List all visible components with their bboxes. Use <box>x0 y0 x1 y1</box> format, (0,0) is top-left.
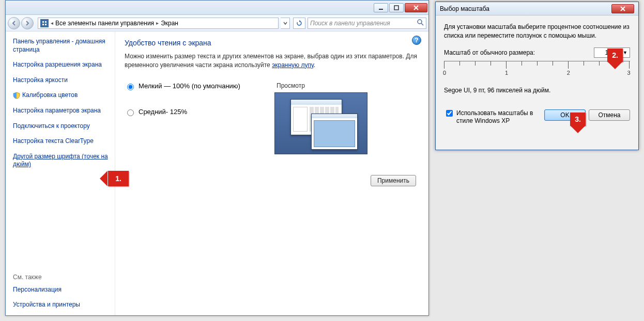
svg-line-10 <box>421 23 423 25</box>
ruler-1: 1 <box>505 70 508 76</box>
search-placeholder: Поиск в панели управления <box>310 20 390 27</box>
sidebar-projector[interactable]: Подключиться к проектору <box>13 122 111 131</box>
chevron-down-icon: ▼ <box>623 50 627 55</box>
ruler-3: 3 <box>627 70 630 76</box>
svg-rect-4 <box>42 21 44 23</box>
cancel-button[interactable]: Отмена <box>589 109 630 121</box>
sidebar-params[interactable]: Настройка параметров экрана <box>13 107 111 115</box>
radio-small[interactable] <box>127 84 134 90</box>
radio-small-label: Мелкий — 100% (по умолчанию) <box>139 82 240 90</box>
titlebar <box>6 1 428 15</box>
svg-rect-7 <box>45 24 47 25</box>
help-icon[interactable]: ? <box>412 36 421 45</box>
ruler-0: 0 <box>443 70 446 76</box>
svg-rect-5 <box>45 21 47 23</box>
dialog-titlebar: Выбор масштаба <box>436 2 638 15</box>
magnifier-link[interactable]: экранную лупу <box>272 61 314 69</box>
callout-2: 2. <box>607 49 623 62</box>
control-panel-icon <box>40 19 49 27</box>
navigation-bar: ◂ Все элементы панели управления ▸ Экран… <box>6 15 428 31</box>
svg-rect-1 <box>394 6 398 10</box>
sidebar-home[interactable]: Панель управления - домашняя страница <box>13 38 111 54</box>
svg-rect-6 <box>42 24 44 25</box>
xp-style-checkbox[interactable] <box>446 110 453 117</box>
desc-text-after: . <box>314 61 315 69</box>
sidebar-cleartype[interactable]: Настройка текста ClearType <box>13 137 111 146</box>
sidebar-also-header: См. также <box>13 274 111 281</box>
maximize-button[interactable] <box>389 3 404 12</box>
dialog-title: Выбор масштаба <box>440 5 489 12</box>
preview-label: Просмотр <box>274 82 367 89</box>
radio-medium-label: Средний- 125% <box>139 108 187 116</box>
preview-image <box>274 92 367 154</box>
nav-forward-button[interactable] <box>21 17 34 29</box>
display-settings-window: ◂ Все элементы панели управления ▸ Экран… <box>5 0 429 316</box>
ruler-2: 2 <box>567 70 570 76</box>
sidebar-devices[interactable]: Устройства и принтеры <box>13 301 111 309</box>
close-button[interactable] <box>405 3 427 12</box>
breadcrumb-root[interactable]: Все элементы панели управления <box>55 20 154 27</box>
breadcrumb[interactable]: ◂ Все элементы панели управления ▸ Экран <box>38 18 279 29</box>
radio-small-row[interactable]: Мелкий — 100% (по умолчанию) <box>125 82 259 90</box>
sidebar-personalization[interactable]: Персонализация <box>13 286 111 294</box>
breadcrumb-sep-icon: ◂ <box>51 20 53 26</box>
nav-back-button[interactable] <box>8 17 20 29</box>
dialog-description: Для установки масштаба выберите процентн… <box>444 23 630 40</box>
sidebar-calibration[interactable]: Калибровка цветов <box>22 91 78 100</box>
callout-3-label: 3. <box>575 115 581 123</box>
content-pane: ? Удобство чтения с экрана Можно изменит… <box>115 31 428 315</box>
search-input[interactable]: Поиск в панели управления <box>308 18 426 29</box>
shield-icon <box>13 92 20 99</box>
svg-point-9 <box>418 20 422 24</box>
scale-dialog: Выбор масштаба Для установки масштаба вы… <box>435 2 639 150</box>
sidebar-dpi[interactable]: Другой размер шрифта (точек на дюйм) <box>13 153 111 169</box>
breadcrumb-current[interactable]: Экран <box>161 20 178 27</box>
radio-medium-row[interactable]: Средний- 125% <box>125 108 259 116</box>
callout-2-label: 2. <box>612 51 618 59</box>
refresh-button[interactable] <box>293 18 305 29</box>
page-description: Можно изменить размер текста и других эл… <box>125 52 419 70</box>
xp-style-checkbox-row[interactable]: Использовать масштабы в стиле Windows XP <box>444 109 537 125</box>
dialog-sample-text: Segoe UI, 9 пт, 96 пикселей на дюйм. <box>444 87 630 94</box>
scale-ruler[interactable]: 0 1 2 3 <box>444 61 630 82</box>
search-icon <box>417 19 424 27</box>
callout-1-label: 1. <box>115 174 121 183</box>
breadcrumb-dropdown[interactable] <box>281 18 290 29</box>
sidebar-resolution[interactable]: Настройка разрешения экрана <box>13 61 111 69</box>
callout-3: 3. <box>570 113 586 126</box>
desc-text: Можно изменить размер текста и других эл… <box>125 53 417 69</box>
minimize-button[interactable] <box>374 3 388 12</box>
sidebar-brightness[interactable]: Настройка яркости <box>13 76 111 85</box>
sidebar: Панель управления - домашняя страница На… <box>6 31 115 315</box>
xp-style-label: Использовать масштабы в стиле Windows XP <box>456 109 537 125</box>
chevron-right-icon: ▸ <box>156 20 159 26</box>
page-title: Удобство чтения с экрана <box>125 39 419 47</box>
scale-label: Масштаб от обычного размера: <box>444 49 590 56</box>
radio-medium[interactable] <box>127 109 134 116</box>
callout-1: 1. <box>108 171 129 186</box>
apply-button[interactable]: Применить <box>371 175 416 186</box>
dialog-close-button[interactable] <box>611 4 634 13</box>
